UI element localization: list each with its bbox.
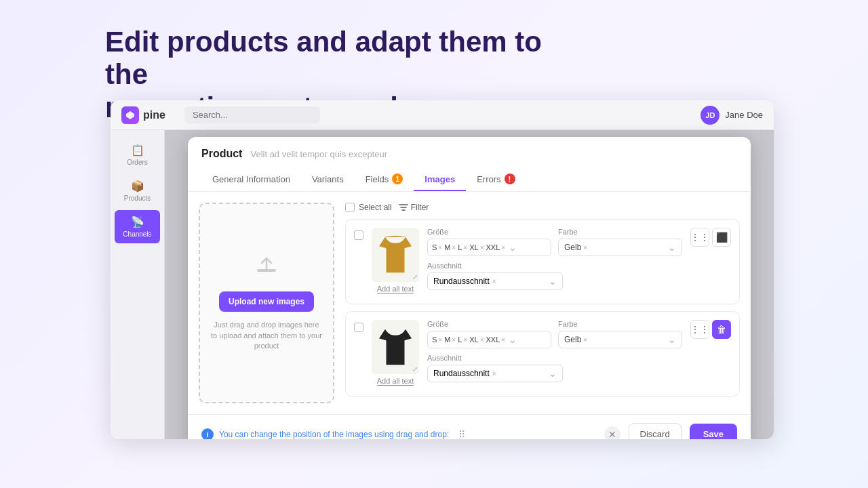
- sidebar: 📋 Orders 📦 Products 📡 Channels: [111, 130, 165, 439]
- product-image-2: ⤢: [372, 320, 419, 374]
- ausschnitt-select-inner-1: Rundausschnitt ×: [433, 277, 496, 286]
- farbe-select-inner-1: Gelb ×: [564, 243, 587, 252]
- field-group-size-2: Größe S × M × L × XL × XXL × ⌄: [427, 320, 551, 348]
- card-actions-1: ⋮⋮ ⬛: [690, 228, 731, 247]
- upload-hint: Just drag and drop images here to upload…: [211, 320, 322, 351]
- field-group-ausschnitt-2: Ausschnitt Rundausschnitt × ⌄: [427, 354, 682, 382]
- ausschnitt-select-1[interactable]: Rundausschnitt × ⌄: [427, 272, 563, 290]
- sidebar-item-label-products: Products: [124, 195, 151, 202]
- farbe-select-1[interactable]: Gelb × ⌄: [558, 239, 682, 256]
- tag-s-1: S ×: [432, 243, 442, 251]
- upload-icon: [254, 254, 279, 283]
- drag-dots-icon: ⠿: [458, 429, 465, 440]
- card-checkbox-2[interactable]: [354, 323, 363, 332]
- fields-badge: 1: [392, 174, 403, 184]
- product-modal: Product Velit ad velit tempor quis excep…: [188, 137, 751, 439]
- avatar: JD: [701, 106, 719, 125]
- card-fields-2: Größe S × M × L × XL × XXL × ⌄: [427, 320, 682, 388]
- ausschnitt-select-2[interactable]: Rundausschnitt × ⌄: [427, 365, 563, 382]
- tag-l-2: L ×: [458, 336, 467, 344]
- tags-dropdown-2[interactable]: ⌄: [509, 334, 517, 345]
- farbe-dropdown-arrow-2[interactable]: ⌄: [668, 334, 676, 345]
- tab-general-information[interactable]: General Information: [201, 168, 301, 191]
- tab-images[interactable]: Images: [414, 168, 466, 191]
- card-fields-1: Größe S × M × L × XL × XXL × ⌄: [427, 228, 682, 296]
- sidebar-item-label-orders: Orders: [127, 159, 148, 166]
- logo-icon: [121, 106, 139, 124]
- farbe-dropdown-arrow-1[interactable]: ⌄: [668, 242, 676, 253]
- upload-button[interactable]: Upload new images: [219, 291, 314, 312]
- gelb-tag-2: Gelb ×: [564, 335, 587, 344]
- card-delete-btn-1[interactable]: ⬛: [712, 228, 731, 247]
- ausschnitt-label-1: Ausschnitt: [427, 262, 682, 270]
- modal-header: Product Velit ad velit tempor quis excep…: [188, 137, 751, 192]
- main-content: Product Velit ad velit tempor quis excep…: [165, 130, 774, 439]
- topbar-avatar: JD Jane Doe: [701, 106, 763, 125]
- errors-badge: !: [505, 174, 515, 184]
- field-group-farbe-1: Farbe Gelb ×: [558, 228, 682, 256]
- card-dots-btn-2[interactable]: ⋮⋮: [690, 320, 709, 339]
- modal-footer: i You can change the position of the ima…: [188, 414, 751, 439]
- tag-xl-1: XL ×: [469, 243, 484, 251]
- topbar-logo: pine: [121, 106, 165, 124]
- discard-button[interactable]: Discard: [629, 423, 682, 439]
- save-button[interactable]: Save: [690, 424, 737, 439]
- tag-xxl-2: XXL ×: [486, 336, 505, 344]
- add-alt-text-1[interactable]: Add all text: [377, 285, 414, 293]
- ausschnitt-label-2: Ausschnitt: [427, 354, 682, 362]
- tag-m-1: M ×: [444, 243, 456, 251]
- card-dots-btn-1[interactable]: ⋮⋮: [690, 228, 709, 247]
- channels-icon: 📡: [131, 216, 144, 228]
- select-all-label: Select all: [359, 203, 392, 212]
- sidebar-item-label-channels: Channels: [123, 230, 151, 238]
- search-input[interactable]: [184, 106, 320, 123]
- footer-info: i You can change the position of the ima…: [201, 428, 596, 440]
- sidebar-item-products[interactable]: 📦 Products: [115, 174, 160, 207]
- modal-body: Upload new images Just drag and drop ima…: [188, 192, 751, 414]
- card-delete-btn-2[interactable]: 🗑: [712, 320, 731, 339]
- ausschnitt-value-2: Rundausschnitt: [433, 369, 490, 378]
- product-image-1: ⤢: [372, 228, 419, 282]
- topbar: pine JD Jane Doe: [111, 100, 774, 130]
- tab-fields[interactable]: Fields 1: [355, 168, 414, 191]
- tag-s-2: S ×: [432, 336, 442, 344]
- card-checkbox-1[interactable]: [354, 230, 363, 240]
- ausschnitt-dropdown-arrow-2[interactable]: ⌄: [549, 368, 557, 379]
- tab-variants[interactable]: Variants: [301, 168, 355, 191]
- modal-overlay: Product Velit ad velit tempor quis excep…: [165, 130, 774, 439]
- tag-xxl-1: XXL ×: [486, 243, 505, 251]
- size-label-2: Größe: [427, 320, 551, 328]
- filter-button[interactable]: Filter: [399, 203, 429, 212]
- topbar-search[interactable]: [184, 106, 692, 123]
- tab-errors[interactable]: Errors !: [466, 168, 526, 191]
- footer-close-button[interactable]: ✕: [604, 426, 620, 440]
- info-text: You can change the position of the image…: [219, 430, 449, 439]
- orders-icon: 📋: [131, 144, 144, 157]
- tag-l-1: L ×: [458, 243, 467, 251]
- farbe-label-2: Farbe: [558, 320, 682, 328]
- size-tags-2: S × M × L × XL × XXL × ⌄: [427, 331, 551, 348]
- tag-m-2: M ×: [444, 336, 456, 344]
- sidebar-item-orders[interactable]: 📋 Orders: [115, 138, 160, 171]
- gelb-tag-1: Gelb ×: [564, 243, 587, 252]
- select-all-checkbox[interactable]: [345, 203, 355, 212]
- ausschnitt-value-1: Rundausschnitt: [433, 277, 490, 286]
- field-group-size-1: Größe S × M × L × XL × XXL × ⌄: [427, 228, 551, 256]
- filter-label: Filter: [411, 203, 429, 212]
- modal-title-row: Product Velit ad velit tempor quis excep…: [201, 148, 737, 160]
- field-row-ausschnitt-2: Ausschnitt Rundausschnitt × ⌄: [427, 354, 682, 382]
- field-row-ausschnitt-1: Ausschnitt Rundausschnitt × ⌄: [427, 262, 682, 290]
- ausschnitt-dropdown-arrow-1[interactable]: ⌄: [549, 276, 557, 287]
- tags-dropdown-1[interactable]: ⌄: [509, 242, 517, 253]
- add-alt-text-2[interactable]: Add all text: [377, 377, 414, 385]
- modal-tabs: General Information Variants Fields 1 Im…: [201, 168, 737, 191]
- farbe-select-2[interactable]: Gelb × ⌄: [558, 331, 682, 348]
- list-toolbar: Select all Filter: [345, 203, 740, 212]
- modal-title: Product: [201, 148, 242, 160]
- resize-icon-1: ⤢: [412, 273, 418, 281]
- ausschnitt-select-inner-2: Rundausschnitt ×: [433, 369, 496, 378]
- products-icon: 📦: [131, 180, 144, 192]
- field-group-ausschnitt-1: Ausschnitt Rundausschnitt × ⌄: [427, 262, 682, 290]
- select-all-area[interactable]: Select all: [345, 203, 392, 212]
- sidebar-item-channels[interactable]: 📡 Channels: [115, 210, 160, 243]
